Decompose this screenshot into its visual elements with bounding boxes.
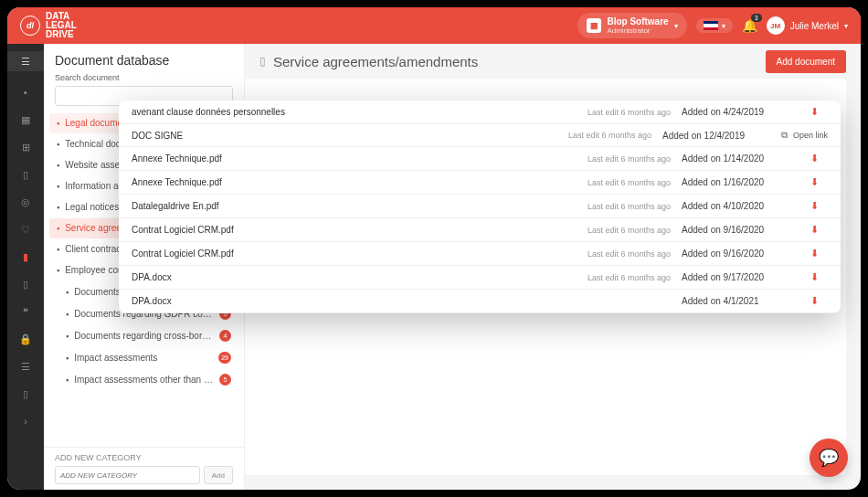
add-category-input[interactable] xyxy=(55,466,200,484)
folder-icon: ▪ xyxy=(66,310,69,319)
add-document-button[interactable]: Add document xyxy=(766,50,847,73)
download-icon: ⬇ xyxy=(810,200,819,211)
document-name: DPA.docx xyxy=(132,272,587,282)
document-date: Added on 9/17/2020 xyxy=(682,272,791,282)
folder-icon: ▪ xyxy=(66,354,69,363)
document-row[interactable]: DPA.docxAdded on 4/1/2021⬇ xyxy=(119,290,841,313)
document-name: Contrat Logiciel CRM.pdf xyxy=(132,248,587,259)
download-button[interactable]: ⬇ xyxy=(800,153,828,164)
folder-icon: ▪ xyxy=(57,182,59,191)
chevron-down-icon: ▾ xyxy=(722,22,725,30)
rail-table-icon[interactable]: ⊞ xyxy=(19,141,32,153)
sidebar-item-label: Documents regarding cross-border flows o… xyxy=(74,331,214,342)
document-edit-time: Last edit 6 months ago xyxy=(587,178,671,187)
sidebar-item-label: Impact assessments other than the CNIL's xyxy=(74,375,214,386)
document-row[interactable]: Contrat Logiciel CRM.pdfLast edit 6 mont… xyxy=(119,242,841,266)
folder-icon: ▪ xyxy=(57,245,59,254)
rail-document-icon[interactable]: ▯ xyxy=(19,168,32,181)
download-button[interactable]: ⬇ xyxy=(800,248,828,259)
download-button[interactable]: ⬇ xyxy=(800,106,828,118)
chevron-down-icon: ▾ xyxy=(844,22,848,30)
download-icon: ⬇ xyxy=(810,176,819,187)
folder-icon: ▪ xyxy=(57,266,59,275)
rail-shield-icon[interactable]: ♡ xyxy=(19,223,32,236)
rail-chevron-icon[interactable]: › xyxy=(19,415,32,428)
notifications-button[interactable]: 🔔 3 xyxy=(742,18,757,33)
topbar: dl DATALEGALDRIVE ▦ Blop Software Admini… xyxy=(7,7,861,44)
document-date: Added on 1/16/2020 xyxy=(682,177,791,187)
document-edit-time: Last edit 6 months ago xyxy=(587,108,671,117)
rail-target-icon[interactable]: ◎ xyxy=(19,196,32,208)
rail-menu-icon[interactable]: ☰ xyxy=(7,51,44,71)
sidebar-item[interactable]: ▪Documents regarding cross-border flows … xyxy=(58,325,238,346)
chat-icon: 💬 xyxy=(819,448,839,468)
document-row[interactable]: DOC SIGNELast edit 6 months agoAdded on … xyxy=(119,124,841,147)
document-name: DPA.docx xyxy=(132,296,671,306)
folder-icon: ▪ xyxy=(57,224,59,233)
download-button[interactable]: ⬇ xyxy=(800,271,828,283)
folder-icon: ▪ xyxy=(66,288,69,297)
user-menu[interactable]: JM Julie Merkel ▾ xyxy=(767,16,848,35)
rail-dashboard-icon[interactable]: ▪ xyxy=(19,86,32,99)
page-title: Service agreements/amendments xyxy=(273,54,478,69)
download-icon: ⬇ xyxy=(810,153,819,164)
icon-rail: ☰ ▪ ▦ ⊞ ▯ ◎ ♡ ▮ ▯ ❝ 🔒 ☰ ▯ › xyxy=(7,44,44,490)
document-edit-time: Last edit 6 months ago xyxy=(587,154,671,164)
download-button[interactable]: ⬇ xyxy=(800,176,828,188)
language-selector[interactable]: ▾ xyxy=(696,18,733,33)
document-row[interactable]: Annexe Technique.pdfLast edit 6 months a… xyxy=(119,171,841,195)
document-edit-time: Last edit 6 months ago xyxy=(568,131,651,140)
document-edit-time: Last edit 6 months ago xyxy=(587,273,671,282)
document-edit-time: Last edit 6 months ago xyxy=(587,202,671,211)
sidebar-item[interactable]: ▪Impact assessments29 xyxy=(58,347,238,368)
document-name: DOC SIGNE xyxy=(132,131,568,141)
download-button[interactable]: ⬇ xyxy=(800,295,828,307)
download-icon: ⬇ xyxy=(810,106,819,117)
org-switcher[interactable]: ▦ Blop Software Administrator ▾ xyxy=(577,13,686,38)
folder-icon: ▪ xyxy=(57,119,59,128)
rail-clipboard-icon[interactable]: ▯ xyxy=(19,387,32,400)
rail-list-icon[interactable]: ☰ xyxy=(19,360,32,373)
documents-popover: avenant clause données personnellesLast … xyxy=(119,100,841,313)
add-category-button[interactable]: Add xyxy=(204,466,233,484)
document-name: Datalegaldrive En.pdf xyxy=(132,201,587,211)
document-row[interactable]: avenant clause données personnellesLast … xyxy=(119,100,841,124)
download-button[interactable]: ⬇ xyxy=(800,200,828,212)
document-date: Added on 9/16/2020 xyxy=(682,225,791,235)
external-link-icon: ⧉ xyxy=(781,130,788,141)
folder-icon: ▪ xyxy=(57,203,59,212)
document-row[interactable]: Datalegaldrive En.pdfLast edit 6 months … xyxy=(119,195,841,218)
document-name: Annexe Technique.pdf xyxy=(132,153,587,164)
document-row[interactable]: DPA.docxLast edit 6 months agoAdded on 9… xyxy=(119,266,841,290)
chat-button[interactable]: 💬 xyxy=(810,439,848,477)
document-date: Added on 1/14/2020 xyxy=(682,153,791,164)
document-date: Added on 12/4/2019 xyxy=(662,131,772,141)
document-name: Contrat Logiciel CRM.pdf xyxy=(132,225,587,235)
search-label: Search document xyxy=(44,73,244,86)
download-icon: ⬇ xyxy=(810,224,819,235)
download-icon: ⬇ xyxy=(810,295,819,306)
document-row[interactable]: Contrat Logiciel CRM.pdfLast edit 6 mont… xyxy=(119,218,841,242)
download-icon: ⬇ xyxy=(810,271,819,282)
count-badge: 29 xyxy=(218,352,231,364)
rail-calendar-icon[interactable]: ▦ xyxy=(19,113,32,126)
sidebar-item[interactable]: ▪Impact assessments other than the CNIL'… xyxy=(58,369,238,390)
document-edit-time: Last edit 6 months ago xyxy=(587,249,671,259)
rail-docs-icon[interactable]: ▮ xyxy=(19,250,32,263)
count-badge: 5 xyxy=(219,374,231,386)
document-date: Added on 4/24/2019 xyxy=(682,107,791,117)
download-button[interactable]: ⬇ xyxy=(800,224,828,236)
sidebar-item-label: Impact assessments xyxy=(74,353,213,364)
logo[interactable]: dl DATALEGALDRIVE xyxy=(20,12,77,39)
document-name: avenant clause données personnelles xyxy=(132,107,587,117)
open-link-button[interactable]: Open link xyxy=(793,131,828,140)
rail-quote-icon[interactable]: ❝ xyxy=(19,305,32,318)
rail-lock-icon[interactable]: 🔒 xyxy=(19,333,32,345)
document-row[interactable]: Annexe Technique.pdfLast edit 6 months a… xyxy=(119,147,841,171)
building-icon: ▦ xyxy=(587,18,601,33)
rail-file-icon[interactable]: ▯ xyxy=(19,278,32,291)
count-badge: 4 xyxy=(219,330,231,342)
flag-icon xyxy=(704,21,718,30)
document-edit-time: Last edit 6 months ago xyxy=(587,226,671,235)
download-icon: ⬇ xyxy=(810,248,819,259)
